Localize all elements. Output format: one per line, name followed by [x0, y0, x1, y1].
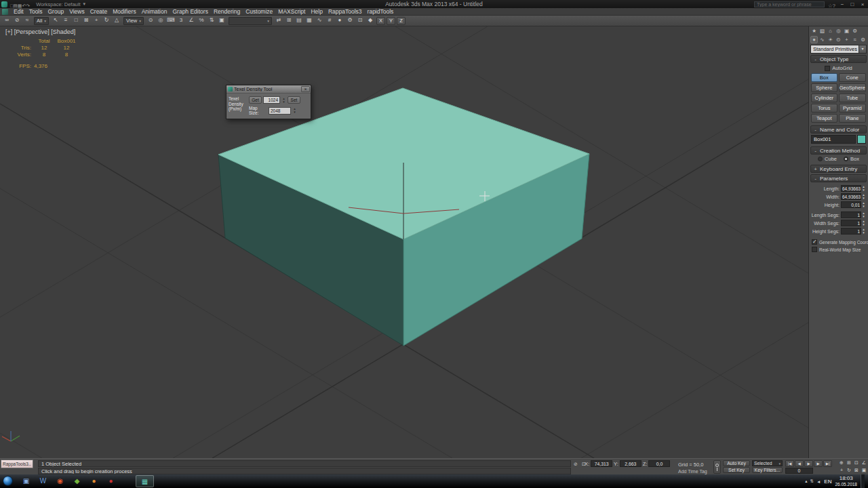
rollout-expand-icon[interactable]: + [813, 166, 818, 172]
taskbar-app-explorer[interactable]: ▣ [18, 474, 35, 488]
play-button[interactable]: ▶ [804, 460, 813, 467]
keyboard-shortcut-override-icon[interactable]: ⌨ [166, 16, 176, 25]
y-axis-button[interactable]: Y [387, 17, 395, 25]
snaps-toggle-icon[interactable]: 3 [176, 16, 186, 25]
y-coordinate-field[interactable]: 2,663 [620, 460, 642, 467]
menu-item[interactable]: Graph Editors [172, 8, 208, 15]
zoom-extents-icon[interactable]: ⊡ [853, 460, 860, 466]
tray-show-hidden-icon[interactable]: ▴ [805, 479, 807, 484]
rendered-frame-window-icon[interactable]: ⊡ [355, 16, 365, 25]
menu-item[interactable]: Modifiers [113, 8, 136, 15]
checkbox-icon[interactable] [812, 247, 817, 252]
creation-method-cube-radio[interactable]: Cube [818, 156, 837, 162]
spinner-down-icon[interactable]: ▾ [861, 197, 866, 200]
rappatools-mini-window[interactable]: RappaTools3.. [1, 460, 33, 468]
tab-display[interactable]: ▣ [843, 27, 850, 35]
spinner-down-icon[interactable]: ▾ [861, 188, 866, 192]
workspace-selector[interactable]: Workspace: Default [36, 1, 80, 7]
checkbox-icon[interactable] [812, 239, 817, 245]
bind-to-space-warp-icon[interactable]: ≈ [22, 16, 32, 25]
field-of-view-icon[interactable]: ∠ [861, 460, 867, 466]
menu-item[interactable]: Animation [142, 8, 167, 15]
menu-item[interactable]: Views [69, 8, 85, 15]
menu-item[interactable]: Group [48, 8, 64, 15]
edit-named-selection-sets-icon[interactable]: ▣ [217, 16, 226, 25]
selection-set-dropdown[interactable]: Selected▾ [752, 460, 783, 466]
get-density-button[interactable]: Get [249, 96, 262, 104]
taskbar-app-firefox[interactable]: ● [85, 474, 102, 488]
close-button[interactable]: × [859, 1, 866, 7]
category-shapes[interactable]: ∿ [818, 36, 826, 43]
rollout-collapse-icon[interactable]: - [813, 176, 818, 182]
rollout-name-and-color-header[interactable]: - Name and Color [810, 125, 867, 134]
object-name-field[interactable]: Box001 [811, 135, 856, 144]
density-value-field[interactable]: 1024 [263, 96, 280, 104]
pan-icon[interactable]: + [838, 467, 845, 474]
set-density-button[interactable]: Set [288, 96, 300, 104]
reference-coordinate-system-dropdown[interactable]: View▾ [123, 17, 144, 25]
primitive-teapot-button[interactable]: Teapot [811, 114, 837, 123]
angle-snap-toggle-icon[interactable]: ∠ [186, 16, 196, 25]
parameter-spinner[interactable]: ▴▾ [861, 185, 866, 192]
object-color-swatch[interactable] [857, 135, 866, 144]
open-file-icon[interactable]: ▤ [13, 3, 18, 8]
layer-manager-icon[interactable]: ▤ [294, 16, 304, 25]
select-and-move-icon[interactable]: + [92, 16, 101, 25]
height-segs-field[interactable]: 1 [841, 228, 861, 235]
render-setup-icon[interactable]: ⚙ [345, 16, 355, 25]
primitive-torus-button[interactable]: Torus [811, 104, 837, 113]
select-object-icon[interactable]: ↖ [51, 16, 60, 25]
select-and-scale-icon[interactable]: △ [112, 16, 121, 25]
dialog-titlebar[interactable]: Texel Density Tool × [226, 85, 311, 93]
menu-item[interactable]: Edit [14, 8, 24, 15]
goto-end-button[interactable]: ▶| [823, 460, 832, 467]
spinner-snap-toggle-icon[interactable]: ⇅ [207, 16, 216, 25]
taskbar-active-3dsmax[interactable]: ▦ [136, 475, 154, 487]
rollout-collapse-icon[interactable]: - [813, 56, 818, 62]
generate-mapping-coords-checkbox[interactable]: Generate Mapping Coords. [812, 239, 867, 245]
primitive-pyramid-button[interactable]: Pyramid [839, 104, 866, 113]
schematic-view-icon[interactable]: # [325, 16, 334, 25]
start-button[interactable] [3, 476, 13, 486]
map-size-spinner[interactable]: ▴▾ [292, 107, 297, 115]
next-frame-button[interactable]: ▶ [814, 460, 823, 467]
length-field[interactable]: 64,93663 [841, 185, 861, 192]
tab-modify[interactable]: ▧ [818, 27, 826, 35]
menu-item[interactable]: Rendering [214, 8, 240, 15]
primitive-cone-button[interactable]: Cone [839, 73, 866, 82]
density-spinner[interactable]: ▴▾ [281, 96, 286, 104]
rollout-collapse-icon[interactable]: - [813, 127, 818, 133]
spinner-down-icon[interactable]: ▾ [861, 215, 866, 218]
category-geometry[interactable]: ● [810, 36, 818, 43]
z-coordinate-field[interactable]: 0,0 [648, 460, 670, 467]
language-indicator[interactable]: EN [824, 479, 831, 485]
x-coordinate-field[interactable]: 74,313 [591, 460, 612, 467]
rollout-keyboard-entry-header[interactable]: + Keyboard Entry [810, 165, 867, 173]
spinner-down-icon[interactable]: ▾ [861, 231, 866, 235]
set-key-button[interactable]: Set Key [723, 467, 750, 473]
x-axis-button[interactable]: X [376, 17, 385, 25]
height-field[interactable]: 0,01 [841, 201, 861, 208]
minimize-button[interactable]: − [839, 1, 846, 7]
menu-item[interactable]: Customize [245, 8, 273, 15]
goto-start-button[interactable]: |◀ [785, 460, 794, 467]
percent-snap-toggle-icon[interactable]: % [197, 16, 206, 25]
z-axis-button[interactable]: Z [397, 17, 406, 25]
spinner-down-icon[interactable]: ▾ [281, 100, 286, 104]
menu-item[interactable]: Help [311, 8, 322, 15]
taskbar-clock[interactable]: 18:03 26.05.2018 [835, 476, 857, 487]
redo-icon[interactable]: ↷ [26, 3, 30, 8]
ribbon-toggle-icon[interactable]: ▦ [304, 16, 314, 25]
auto-key-button[interactable]: Auto Key [723, 460, 750, 466]
maximize-viewport-toggle-icon[interactable]: ▣ [861, 467, 867, 474]
spinner-down-icon[interactable]: ▾ [861, 223, 866, 226]
application-icon[interactable] [1, 1, 7, 7]
select-and-link-icon[interactable]: ∞ [2, 16, 12, 25]
radio-icon[interactable] [818, 157, 823, 161]
taskbar-app-green[interactable]: ◆ [68, 474, 85, 488]
align-icon[interactable]: ⊞ [284, 16, 294, 25]
rollout-collapse-icon[interactable]: - [813, 148, 818, 154]
tab-utilities[interactable]: ⚙ [851, 27, 859, 35]
workspace-dropdown-arrow-icon[interactable]: ▾ [83, 0, 86, 8]
tab-create[interactable]: ★ [810, 27, 818, 35]
